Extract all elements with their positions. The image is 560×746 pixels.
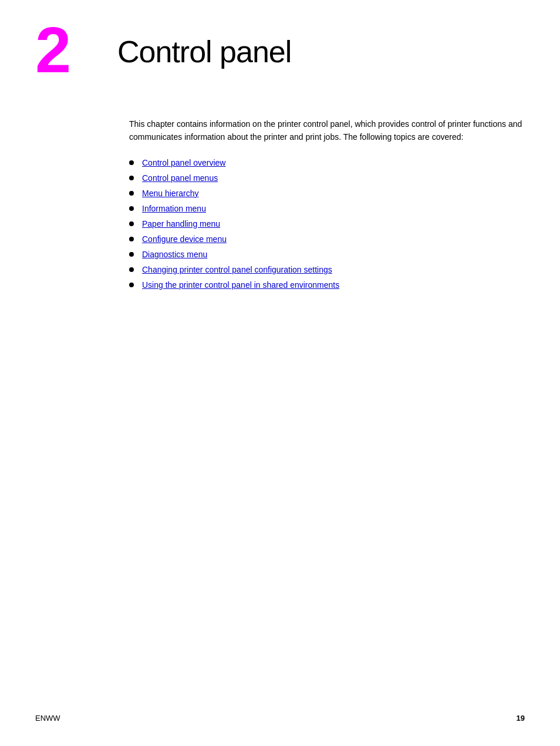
list-item: Control panel overview xyxy=(129,158,525,167)
list-item: Control panel menus xyxy=(129,173,525,183)
bullet-icon xyxy=(129,206,134,211)
list-item: Changing printer control panel configura… xyxy=(129,265,525,274)
list-item: Information menu xyxy=(129,204,525,213)
topic-link-4[interactable]: Paper handling menu xyxy=(142,219,220,228)
topic-link-0[interactable]: Control panel overview xyxy=(142,158,225,167)
bullet-icon xyxy=(129,267,134,272)
footer-right: 19 xyxy=(517,714,525,723)
list-item: Paper handling menu xyxy=(129,219,525,228)
chapter-number: 2 xyxy=(35,18,106,82)
list-item: Diagnostics menu xyxy=(129,250,525,259)
topic-link-6[interactable]: Diagnostics menu xyxy=(142,250,207,259)
chapter-title: Control panel xyxy=(117,23,291,69)
footer: ENWW 19 xyxy=(0,714,560,723)
bullet-icon xyxy=(129,283,134,287)
topic-link-1[interactable]: Control panel menus xyxy=(142,173,218,183)
list-item: Menu hierarchy xyxy=(129,189,525,198)
bullet-icon xyxy=(129,221,134,226)
bullet-icon xyxy=(129,176,134,180)
bullet-icon xyxy=(129,160,134,165)
page: 2 Control panel This chapter contains in… xyxy=(0,0,560,746)
list-item: Using the printer control panel in share… xyxy=(129,280,525,290)
topic-link-2[interactable]: Menu hierarchy xyxy=(142,189,199,198)
topic-link-8[interactable]: Using the printer control panel in share… xyxy=(142,280,339,290)
topic-link-3[interactable]: Information menu xyxy=(142,204,206,213)
intro-text: This chapter contains information on the… xyxy=(129,117,525,144)
bullet-icon xyxy=(129,252,134,257)
bullet-icon xyxy=(129,191,134,196)
content-section: This chapter contains information on the… xyxy=(0,117,560,290)
footer-left: ENWW xyxy=(35,714,60,723)
topic-link-7[interactable]: Changing printer control panel configura… xyxy=(142,265,332,274)
header-section: 2 Control panel xyxy=(0,0,560,82)
list-item: Configure device menu xyxy=(129,234,525,244)
topics-list: Control panel overviewControl panel menu… xyxy=(129,158,525,290)
topic-link-5[interactable]: Configure device menu xyxy=(142,234,227,244)
bullet-icon xyxy=(129,237,134,241)
